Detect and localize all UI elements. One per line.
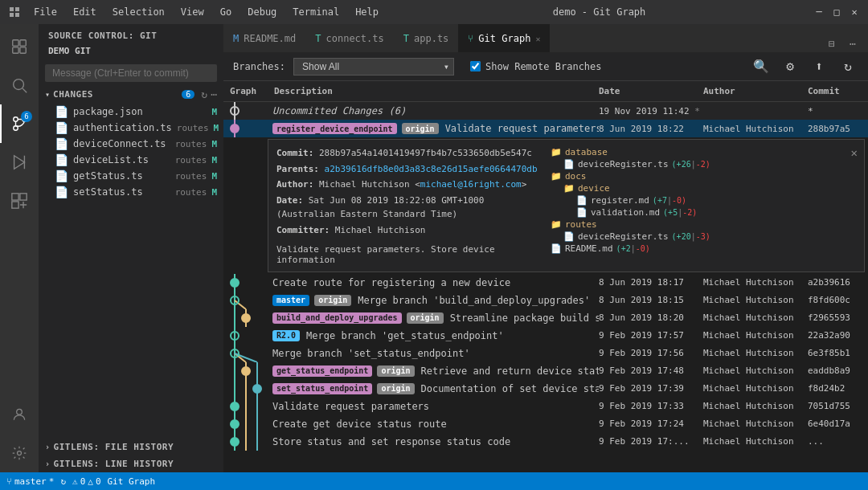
status-git-graph[interactable]: Git Graph: [108, 476, 156, 487]
commit-row-288b97a5[interactable]: register_device_endpoint origin Validate…: [223, 120, 868, 137]
file-item-package[interactable]: 📄 package.json M: [39, 104, 223, 120]
tab-connect[interactable]: T connect.ts: [305, 24, 393, 52]
more-tabs-button[interactable]: ⋯: [844, 35, 862, 52]
commit-description: Retrieve and return device status: [421, 365, 599, 377]
show-remote-branches-checkbox[interactable]: [470, 61, 481, 71]
git-graph-status-label: Git Graph: [108, 476, 156, 487]
commit-row-eaddb8a9[interactable]: get_status_endpoint origin Retrieve and …: [223, 362, 868, 380]
branch-badge-origin: origin: [407, 312, 444, 324]
activity-extensions[interactable]: [0, 182, 39, 220]
menu-help[interactable]: Help: [349, 5, 385, 19]
author-cell: Michael Hutchison: [703, 295, 808, 305]
gitlens-file-history[interactable]: › GITLENS: FILE HISTORY: [39, 439, 223, 455]
file-item-deviceconnect[interactable]: 📄 deviceConnect.ts routes M: [39, 136, 223, 152]
activity-source-control[interactable]: 6: [0, 104, 39, 143]
refresh-button[interactable]: ↻: [837, 56, 858, 77]
file-item-devicelist[interactable]: 📄 deviceList.ts routes M: [39, 152, 223, 168]
commit-row-store[interactable]: Store status and set response status cod…: [223, 433, 868, 451]
header-author: Author: [703, 86, 808, 96]
file-validation-md[interactable]: 📄 validation.md (+5|-2): [563, 206, 856, 218]
file-deviceregister-routes[interactable]: 📄 deviceRegister.ts (+20|-3): [551, 231, 856, 243]
commit-cell: f8fd600c: [808, 295, 868, 305]
more-actions-icon[interactable]: ⋯: [211, 88, 217, 100]
menu-edit[interactable]: Edit: [67, 5, 103, 19]
fetch-button[interactable]: ⬆: [809, 56, 829, 77]
changes-section-header[interactable]: ▾ CHANGES 6 ↻ ⋯: [39, 85, 223, 104]
tab-label: README.md: [244, 33, 296, 44]
graph-svg: [223, 292, 268, 309]
menu-view[interactable]: View: [174, 5, 211, 19]
commit-row-6e40d17a[interactable]: Create get device status route 9 Feb 201…: [223, 415, 868, 433]
file-item-authentication[interactable]: 📄 authentication.ts routes M: [39, 120, 223, 136]
file-register-md[interactable]: 📄 register.md (+7|-0): [563, 194, 856, 206]
folder-docs: 📁 docs: [551, 170, 856, 182]
menu-debug[interactable]: Debug: [241, 5, 283, 19]
graph-svg: [223, 362, 268, 380]
tab-readme[interactable]: M README.md: [223, 24, 305, 52]
file-icon: 📄: [55, 121, 68, 134]
close-button[interactable]: ✕: [849, 6, 860, 18]
branch-select[interactable]: Show All: [293, 58, 454, 76]
status-branch[interactable]: ⑂ master *: [6, 476, 54, 487]
activity-settings[interactable]: [0, 434, 39, 472]
menu-selection[interactable]: Selection: [106, 5, 171, 19]
folder-icon: 📁: [551, 171, 562, 182]
commit-row-a2b39616[interactable]: Create route for registering a new devic…: [223, 274, 868, 292]
diff-add: (+2: [616, 244, 631, 253]
branch-badge-setstatus: set_status_endpoint: [272, 383, 372, 394]
close-expand-button[interactable]: ✕: [851, 146, 858, 159]
tab-git-graph[interactable]: ⑂ Git Graph ✕: [458, 24, 550, 52]
graph-cell: [223, 327, 268, 345]
author-email[interactable]: michael@16right.com: [420, 179, 522, 190]
activity-search[interactable]: [0, 66, 39, 104]
commit-description: Store status and set response status cod…: [272, 436, 510, 447]
activity-run[interactable]: [0, 143, 39, 182]
diff-stat: (+5|-2): [663, 208, 697, 217]
split-editor-button[interactable]: ⊟: [823, 35, 841, 52]
activity-explorer[interactable]: [0, 27, 39, 66]
settings-button[interactable]: ⚙: [780, 56, 800, 77]
commit-row-f8fd600c[interactable]: master origin Merge branch 'build_and_de…: [223, 292, 868, 309]
committer-line: Committer: Michael Hutchison: [276, 223, 541, 238]
commit-row-7051d755[interactable]: Validate request parameters 9 Feb 2019 1…: [223, 398, 868, 415]
commit-description: Streamline package build scripts: [450, 312, 599, 324]
svg-point-27: [242, 314, 250, 322]
tab-app[interactable]: T app.ts: [394, 24, 459, 52]
status-errors[interactable]: ⚠ 0 △ 0: [72, 476, 101, 487]
menu-go[interactable]: Go: [214, 5, 238, 19]
sync-icon: *: [49, 476, 55, 487]
file-item-setstatus[interactable]: 📄 setStatus.ts routes M: [39, 184, 223, 200]
maximize-button[interactable]: □: [831, 6, 842, 18]
menu-terminal[interactable]: Terminal: [286, 5, 346, 19]
gitlens-line-history[interactable]: › GITLENS: LINE HISTORY: [39, 455, 223, 472]
commit-row-6e3f85b1[interactable]: Merge branch 'set_status_endpoint' 9 Feb…: [223, 345, 868, 362]
date-cell: 8 Jun 2019 18:20: [599, 312, 703, 323]
file-path: routes: [177, 123, 209, 133]
commit-row-f2965593[interactable]: build_and_deploy_upgrades origin Streaml…: [223, 309, 868, 327]
file-icon: T: [403, 33, 409, 44]
folder-routes: 📁 routes: [551, 218, 856, 231]
date-cell: 9 Feb 2019 17:24: [599, 419, 703, 429]
commit-row-f8d24b2[interactable]: set_status_endpoint origin Documentation…: [223, 380, 868, 398]
commit-row-uncommitted[interactable]: Uncommitted Changes (6) 19 Nov 2019 11:4…: [223, 102, 868, 120]
menu-bar: File Edit Selection View Go Debug Termin…: [27, 5, 385, 19]
branch-badge-origin: origin: [377, 365, 414, 377]
parent-link[interactable]: a2b39616dfb8e0d3a83c8e26d15aefe0664470db: [325, 164, 538, 174]
error-icon: ⚠: [72, 476, 78, 487]
minimize-button[interactable]: ─: [813, 6, 825, 18]
folder-device: 📁 device: [563, 182, 856, 194]
status-sync[interactable]: ↻: [60, 476, 66, 487]
expanded-files: 📁 database 📄 deviceRegister.ts (+26|-2): [551, 146, 856, 265]
file-item-getstatus[interactable]: 📄 getStatus.ts routes M: [39, 168, 223, 184]
commit-row-22a32a90[interactable]: R2.0 Merge branch 'get_status_endpoint' …: [223, 327, 868, 345]
refresh-icon[interactable]: ↻: [201, 88, 207, 100]
file-readme[interactable]: 📄 README.md (+2|-0): [551, 243, 856, 255]
activity-account[interactable]: [0, 395, 39, 434]
commit-cell: 6e3f85b1: [808, 348, 868, 358]
commit-message-input[interactable]: [45, 64, 217, 82]
menu-file[interactable]: File: [27, 5, 63, 19]
file-deviceregister-db[interactable]: 📄 deviceRegister.ts (+26|-2): [551, 158, 856, 170]
search-commits-button[interactable]: 🔍: [751, 56, 772, 77]
tab-close-button[interactable]: ✕: [535, 35, 540, 43]
author-cell: Michael Hutchison: [703, 312, 808, 323]
